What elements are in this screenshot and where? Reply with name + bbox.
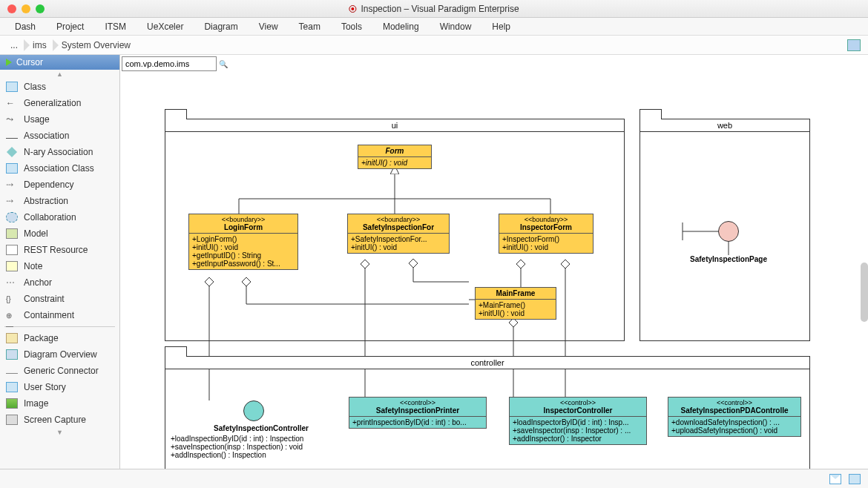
menu-itsm[interactable]: ITSM <box>94 22 137 32</box>
tool-package[interactable]: Package <box>0 330 119 346</box>
generalization-icon <box>6 98 18 108</box>
image-icon <box>6 398 18 409</box>
main-split: Cursor ▲ Class Generalization Usage Asso… <box>0 55 868 469</box>
class-form[interactable]: Form +initUI() : void <box>358 145 432 169</box>
tool-note[interactable]: Note <box>0 258 119 274</box>
containment-icon <box>6 310 18 320</box>
rest-icon <box>6 245 18 255</box>
search-icon[interactable]: 🔍 <box>219 60 228 68</box>
minimize-window-button[interactable] <box>22 4 30 13</box>
assoc-class-icon <box>6 163 18 174</box>
class-pda-name: SafetyInspectionPDAControlle <box>680 406 788 415</box>
menu-modeling[interactable]: Modeling <box>372 22 430 32</box>
menu-project[interactable]: Project <box>46 22 94 32</box>
package-web-label: web <box>640 119 809 132</box>
menu-help[interactable]: Help <box>481 22 521 32</box>
tool-usage[interactable]: Usage <box>0 111 119 128</box>
class-mainframe-name: MainFrame <box>496 289 536 297</box>
window-controls <box>0 4 45 13</box>
menu-view[interactable]: View <box>249 22 289 32</box>
class-inspectorcontroller[interactable]: <<control>>InspectorController +loadInsp… <box>509 397 647 445</box>
menu-team[interactable]: Team <box>289 22 331 32</box>
class-inspectorform[interactable]: <<boundary>>InspectorForm +InspectorForm… <box>499 214 594 254</box>
cursor-icon <box>6 59 12 66</box>
control-safetyinspectioncontroller[interactable] <box>243 400 264 421</box>
window-title-text: Inspection – Visual Paradigm Enterprise <box>361 4 519 14</box>
control-sic-ops: +loadInspectionByID(id : int) : Inspecti… <box>171 435 341 459</box>
tool-generic-connector[interactable]: Generic Connector <box>0 363 119 379</box>
dependency-icon <box>6 179 18 190</box>
breadcrumb-root[interactable]: ... <box>3 37 25 53</box>
maximize-window-button[interactable] <box>36 4 45 13</box>
vertical-scrollbar[interactable] <box>861 263 868 322</box>
note-icon <box>6 261 18 271</box>
class-safetyinspectionform[interactable]: <<boundary>>SafetyInspectionFor +SafetyI… <box>347 214 450 254</box>
class-loginform[interactable]: <<boundary>>LoginForm +LoginForm() +init… <box>188 214 298 270</box>
story-icon <box>6 382 18 392</box>
menu-diagram[interactable]: Diagram <box>194 22 248 32</box>
document-icon[interactable] <box>849 474 861 484</box>
tool-anchor[interactable]: Anchor <box>0 274 119 291</box>
screen-icon <box>6 415 18 425</box>
tool-association[interactable]: Association <box>0 128 119 144</box>
toolbox-divider <box>4 326 115 327</box>
breadcrumb-ims[interactable]: ims <box>25 37 54 53</box>
tool-collaboration[interactable]: Collaboration <box>0 209 119 225</box>
diagram-overview-icon[interactable] <box>847 39 861 51</box>
class-icon <box>6 82 18 92</box>
tool-diag-overview[interactable]: Diagram Overview <box>0 346 119 363</box>
package-ui-tab <box>165 109 187 119</box>
menu-uexceler[interactable]: UeXceler <box>137 22 194 32</box>
collapse-up-handle[interactable]: ▲ <box>0 70 119 79</box>
tool-nary[interactable]: N-ary Association <box>0 144 119 160</box>
package-controller-tab <box>165 346 187 357</box>
class-inspectorcontroller-name: InspectorController <box>544 406 613 415</box>
collapse-down-handle[interactable]: ▼ <box>0 428 119 437</box>
model-icon <box>6 228 18 239</box>
tool-image[interactable]: Image <box>0 395 119 412</box>
package-web-tab <box>640 109 662 119</box>
tool-constraint[interactable]: Constraint <box>0 291 119 307</box>
toolbox: Cursor ▲ Class Generalization Usage Asso… <box>0 55 120 469</box>
anchor-icon <box>6 277 18 288</box>
window-title: Inspection – Visual Paradigm Enterprise <box>349 4 519 14</box>
class-form-name: Form <box>386 147 404 155</box>
package-path-input[interactable] <box>122 56 217 71</box>
app-icon <box>349 5 356 13</box>
boundary-safetyinspectionpage[interactable] <box>718 221 739 242</box>
mail-icon[interactable] <box>829 474 841 484</box>
statusbar <box>0 469 868 488</box>
menu-tools[interactable]: Tools <box>331 22 372 32</box>
control-sic-label: SafetyInspectionController <box>194 424 328 432</box>
tool-cursor[interactable]: Cursor <box>0 55 119 70</box>
constraint-icon <box>6 294 18 304</box>
class-pdacontroller[interactable]: <<control>>SafetyInspectionPDAControlle … <box>668 397 801 437</box>
class-safetyform-name: SafetyInspectionFor <box>363 223 434 231</box>
tool-abstraction[interactable]: Abstraction <box>0 193 119 209</box>
tool-generalization[interactable]: Generalization <box>0 95 119 111</box>
breadcrumb-overview[interactable]: System Overview <box>54 37 138 53</box>
close-window-button[interactable] <box>7 4 16 13</box>
tool-dependency[interactable]: Dependency <box>0 177 119 193</box>
canvas-area[interactable]: 🔍 <box>120 55 868 469</box>
menu-window[interactable]: Window <box>430 22 482 32</box>
titlebar: Inspection – Visual Paradigm Enterprise <box>0 0 868 18</box>
class-safetyinspectionprinter[interactable]: <<control>>SafetyInspectionPrinter +prin… <box>349 397 487 429</box>
tool-cursor-label: Cursor <box>16 57 43 67</box>
tool-screen-capture[interactable]: Screen Capture <box>0 412 119 428</box>
diagram-overview-tool-icon <box>6 349 18 360</box>
association-icon <box>6 138 18 139</box>
tool-containment[interactable]: Containment <box>0 307 119 323</box>
tool-class[interactable]: Class <box>0 79 119 95</box>
menu-dash[interactable]: Dash <box>4 22 46 32</box>
breadcrumb: ... ims System Overview <box>0 36 868 55</box>
tool-user-story[interactable]: User Story <box>0 379 119 395</box>
diagram-canvas[interactable]: ui web controller Form +initUI() : void … <box>120 74 868 469</box>
class-mainframe[interactable]: MainFrame +MainFrame() +initUI() : void <box>475 287 556 320</box>
connector-icon <box>6 373 18 374</box>
tool-assoc-class[interactable]: Association Class <box>0 160 119 177</box>
tool-rest[interactable]: REST Resource <box>0 242 119 258</box>
class-printer-name: SafetyInspectionPrinter <box>376 406 459 415</box>
tool-model[interactable]: Model <box>0 225 119 242</box>
class-loginform-name: LoginForm <box>224 223 263 231</box>
